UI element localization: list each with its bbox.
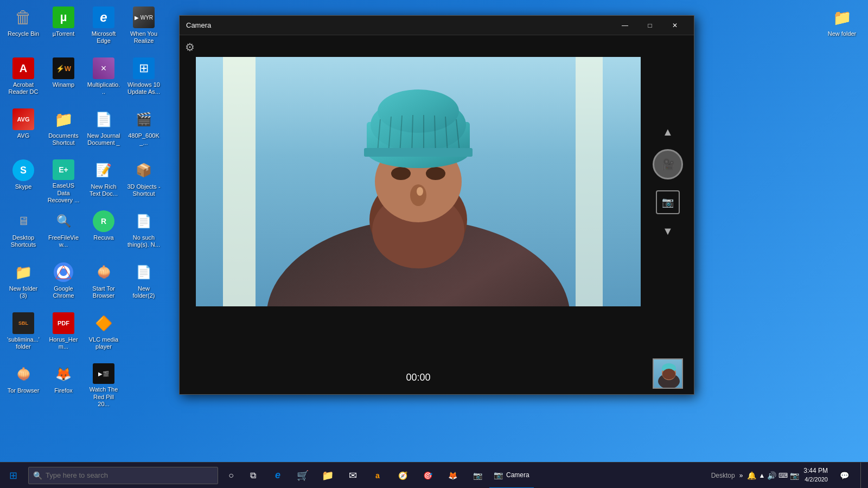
firefox-icon[interactable]: 🦊 Firefox [44, 361, 82, 410]
taskbar-amazon-icon[interactable]: a [366, 463, 390, 489]
sublimina-folder-icon[interactable]: SBL 'sublimina...' folder [4, 310, 42, 359]
acrobat-icon[interactable]: A Acrobat Reader DC [4, 55, 42, 104]
utorrent-icon[interactable]: µ µTorrent [44, 4, 82, 53]
svg-point-14 [426, 167, 445, 180]
3d-objects-icon[interactable]: 📦 3D Objects - Shortcut [125, 157, 163, 206]
new-journal-doc-img: 📄 [93, 108, 114, 130]
vlc-icon[interactable]: 🔶 VLC media player [85, 310, 123, 359]
when-you-realize-icon[interactable]: ▶ WYR When You Realize [125, 4, 163, 53]
new-folder-3-icon[interactable]: 📁 New folder (3) [4, 259, 42, 308]
horus-herm-icon[interactable]: PDF Horus_Herm... [44, 310, 82, 359]
taskbar-explorer-icon[interactable]: 📁 [316, 463, 340, 489]
new-journal-doc-icon[interactable]: 📄 New Journal Document _ [85, 106, 123, 155]
search-bar[interactable]: 🔍 [28, 467, 218, 484]
show-desktop-button[interactable] [860, 463, 864, 489]
taskbar-camera-app-icon[interactable]: 📷 [465, 463, 489, 489]
recuva-icon[interactable]: R Recuva [85, 208, 123, 257]
acrobat-label: Acrobat Reader DC [7, 81, 40, 95]
svg-point-32 [662, 369, 675, 380]
new-folder-right-icon[interactable]: 📁 New folder [820, 4, 864, 40]
taskbar-unknown-icon[interactable]: 🎯 [416, 463, 439, 489]
close-button[interactable]: ✕ [662, 16, 687, 35]
taskbar-mail-icon[interactable]: ✉ [341, 463, 365, 489]
new-folder-3-img: 📁 [12, 261, 34, 283]
taskbar-overflow-icon[interactable]: » [739, 472, 743, 479]
new-rich-text-icon[interactable]: 📝 New Rich Text Doc... [85, 157, 123, 206]
multiplication-img: × [93, 57, 114, 79]
avg-icon[interactable]: AVG AVG [4, 106, 42, 155]
ms-edge-icon[interactable]: e Microsoft Edge [85, 4, 123, 53]
new-folder-2-icon[interactable]: 📄 New folder(2) [125, 259, 163, 308]
tray-camera-icon[interactable]: 📷 [790, 471, 799, 480]
480p-img: 🎬 [133, 108, 155, 130]
recuva-label: Recuva [93, 234, 113, 241]
recycle-bin-label: Recycle Bin [8, 30, 39, 37]
google-chrome-label: Google Chrome [47, 285, 80, 299]
taskbar-edge-icon[interactable]: e [266, 463, 290, 489]
skype-icon[interactable]: S Skype [4, 157, 42, 206]
freefileview-img: 🔍 [53, 210, 74, 232]
tray-speaker-icon[interactable]: 🔊 [767, 471, 776, 480]
camera-settings-button[interactable]: ⚙ [185, 41, 195, 54]
easeus-img: E+ [53, 159, 74, 180]
freefileview-icon[interactable]: 🔍 FreeFileView... [44, 208, 82, 257]
when-you-realize-label: When You Realize [127, 30, 161, 44]
winamp-label: Winamp [53, 81, 74, 88]
start-tor-browser-icon[interactable]: 🧅 Start Tor Browser [85, 259, 123, 308]
480p-icon[interactable]: 🎬 480P_600K_... [125, 106, 163, 155]
windows-logo-icon: ⊞ [9, 470, 17, 481]
tray-notification-icon[interactable]: 🔔 [747, 471, 756, 480]
taskbar-clock[interactable]: 3:44 PM 4/2/2020 [803, 466, 828, 484]
taskbar-store-icon[interactable]: 🛒 [291, 463, 315, 489]
task-view-button[interactable]: ⧉ [242, 463, 264, 489]
3d-objects-img: 📦 [133, 159, 155, 181]
sublimina-folder-label: 'sublimina...' folder [7, 336, 40, 350]
desktop-shortcuts-icon[interactable]: 🖥 Desktop Shortcuts [4, 208, 42, 257]
minimize-button[interactable]: — [612, 16, 637, 35]
cortana-button[interactable]: ○ [220, 463, 242, 489]
taskbar-firefox-icon[interactable]: 🦊 [441, 463, 464, 489]
watch-red-pill-icon[interactable]: ▶🎬 Watch The Red Pill 20... [85, 361, 123, 410]
3d-objects-label: 3D Objects - Shortcut [127, 183, 161, 197]
multiplication-icon[interactable]: × Multiplicatio... [85, 55, 123, 104]
take-photo-button[interactable]: 📷 [656, 190, 680, 214]
search-input[interactable] [46, 471, 213, 479]
ms-edge-label: Microsoft Edge [87, 30, 120, 44]
camera-thumbnail[interactable] [653, 358, 683, 389]
maximize-button[interactable]: □ [637, 16, 662, 35]
tor-browser-icon[interactable]: 🧅 Tor Browser [4, 361, 42, 410]
action-center-button[interactable]: 💬 [832, 463, 856, 489]
documents-shortcut-img: 📁 [53, 108, 74, 130]
start-button[interactable]: ⊞ [0, 463, 26, 489]
camera-timer-area: 00:00 [196, 372, 641, 383]
480p-label: 480P_600K_... [127, 132, 161, 146]
no-such-icon[interactable]: 📄 No such thing(s). N... [125, 208, 163, 257]
freefileview-label: FreeFileView... [47, 234, 80, 248]
winamp-icon[interactable]: ⚡W Winamp [44, 55, 82, 104]
skype-img: S [12, 159, 34, 181]
documents-shortcut-icon[interactable]: 📁 Documents Shortcut [44, 106, 82, 155]
windows10-icon[interactable]: ⊞ Windows 10 Update As... [125, 55, 163, 104]
svg-point-11 [410, 184, 426, 206]
tray-up-arrow-icon[interactable]: ▲ [758, 472, 765, 479]
sublimina-folder-img: SBL [12, 312, 34, 334]
scroll-up-button[interactable]: ▲ [662, 126, 673, 138]
camera-window: Camera — □ ✕ ⚙ [179, 15, 694, 395]
new-folder-right-img: 📁 [831, 7, 853, 28]
record-video-button[interactable]: 🎥 [653, 149, 683, 179]
new-folder-3-label: New folder (3) [7, 285, 40, 299]
windows10-label: Windows 10 Update As... [127, 81, 161, 95]
window-titlebar: Camera — □ ✕ [180, 16, 694, 35]
easeus-icon[interactable]: E+ EaseUS Data Recovery ... [44, 157, 82, 206]
google-chrome-icon[interactable]: Google Chrome [44, 259, 82, 308]
search-icon: 🔍 [33, 471, 42, 480]
taskbar-camera-window-item[interactable]: 📷 Camera [489, 463, 534, 489]
tray-keyboard-icon[interactable]: ⌨ [778, 472, 788, 479]
svg-point-2 [60, 268, 67, 276]
taskbar-tripadvisor-icon[interactable]: 🧭 [391, 463, 414, 489]
tray-icons: 🔔 ▲ 🔊 ⌨ 📷 [747, 471, 799, 480]
recycle-bin-icon[interactable]: 🗑 Recycle Bin [4, 4, 42, 53]
watch-red-pill-label: Watch The Red Pill 20... [87, 386, 120, 408]
scroll-down-button[interactable]: ▼ [662, 225, 673, 237]
video-camera-icon: 🎥 [661, 158, 675, 171]
